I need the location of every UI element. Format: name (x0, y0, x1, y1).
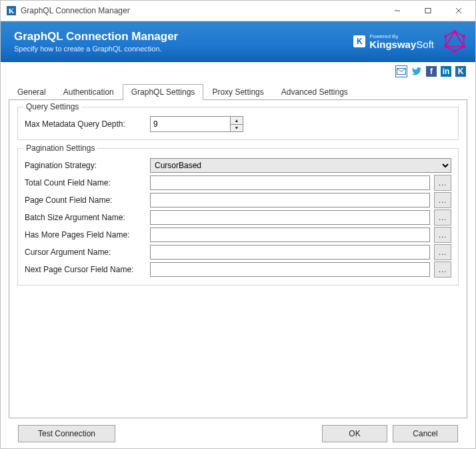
facebook-icon[interactable]: f (426, 66, 437, 77)
tab-authentication[interactable]: Authentication (55, 84, 123, 100)
social-link-row: f in K (1, 62, 475, 79)
brand-link-icon[interactable]: K (455, 66, 466, 77)
pagination-field-label: Next Page Cursor Field Name: (25, 265, 146, 274)
app-window: K GraphQL Connection Manager GraphQL Con… (0, 0, 476, 449)
browse-button[interactable]: ... (434, 209, 451, 226)
pagination-field-label: Cursor Argument Name: (25, 248, 146, 257)
cancel-button[interactable]: Cancel (393, 425, 458, 442)
svg-text:K: K (9, 7, 15, 15)
pagination-field-input[interactable] (150, 228, 430, 242)
pagination-field-label: Total Count Field Name: (25, 178, 146, 187)
svg-point-10 (462, 45, 465, 48)
pagination-field-input[interactable] (150, 245, 430, 260)
powered-by-logo: K Powered By KingswaySoft (353, 34, 434, 49)
tab-graphql-settings[interactable]: GraphQL Settings (123, 84, 204, 100)
legend-pagination-settings: Pagination Settings (23, 143, 97, 153)
graphql-logo-icon (443, 30, 466, 53)
window-title: GraphQL Connection Manager (21, 6, 130, 15)
label-max-metadata-depth: Max Metadata Query Depth: (25, 119, 146, 129)
spinner-up-icon[interactable]: ▲ (231, 117, 243, 125)
max-metadata-depth-input[interactable] (151, 117, 230, 131)
pagination-field-row: Cursor Argument Name:... (25, 244, 451, 261)
pagination-strategy-select[interactable]: CursorBased (150, 158, 451, 173)
spinner-down-icon[interactable]: ▼ (231, 125, 243, 132)
browse-button[interactable]: ... (434, 262, 451, 278)
pagination-field-row: Total Count Field Name:... (25, 174, 451, 191)
banner-subtitle: Specify how to create a GraphQL connecti… (14, 45, 178, 53)
pagination-field-input[interactable] (150, 210, 430, 225)
svg-marker-7 (445, 31, 463, 46)
dialog-footer: Test Connection OK Cancel (9, 418, 467, 448)
label-pagination-strategy: Pagination Strategy: (25, 161, 146, 170)
titlebar: K GraphQL Connection Manager (1, 1, 475, 21)
svg-point-9 (462, 35, 465, 38)
pagination-field-input[interactable] (150, 262, 430, 277)
tab-general[interactable]: General (9, 84, 55, 100)
close-button[interactable] (443, 1, 474, 21)
maximize-button[interactable] (413, 1, 443, 21)
group-query-settings: Query Settings Max Metadata Query Depth:… (17, 107, 459, 140)
minimize-button[interactable] (382, 1, 413, 21)
legend-query-settings: Query Settings (23, 102, 81, 111)
tab-advanced-settings[interactable]: Advanced Settings (273, 84, 357, 100)
pagination-field-input[interactable] (150, 175, 430, 190)
pagination-field-input[interactable] (150, 193, 430, 207)
pagination-field-row: Next Page Cursor Field Name:... (25, 261, 451, 278)
browse-button[interactable]: ... (434, 227, 451, 243)
pagination-field-row: Batch Size Argument Name:... (25, 209, 451, 226)
twitter-icon[interactable] (411, 66, 422, 77)
svg-rect-3 (425, 9, 431, 13)
brand-name: KingswaySoft (369, 39, 434, 49)
max-metadata-depth-spinner[interactable]: ▲ ▼ (150, 116, 243, 132)
browse-button[interactable]: ... (434, 244, 451, 260)
svg-point-12 (444, 45, 447, 48)
tab-proxy-settings[interactable]: Proxy Settings (203, 84, 272, 100)
pagination-field-label: Batch Size Argument Name: (25, 213, 146, 222)
svg-point-13 (444, 35, 447, 38)
tab-row: General Authentication GraphQL Settings … (9, 83, 467, 99)
test-connection-button[interactable]: Test Connection (18, 425, 115, 442)
banner-title: GraphQL Connection Manager (14, 30, 178, 43)
brand-badge-icon: K (353, 35, 365, 47)
browse-button[interactable]: ... (434, 192, 451, 208)
tab-panel-graphql-settings: Query Settings Max Metadata Query Depth:… (9, 99, 467, 418)
pagination-field-label: Has More Pages Field Name: (25, 230, 146, 240)
ok-button[interactable]: OK (322, 425, 387, 442)
browse-button[interactable]: ... (434, 175, 451, 191)
pagination-field-row: Has More Pages Field Name:... (25, 226, 451, 244)
pagination-field-label: Page Count Field Name: (25, 195, 146, 205)
header-banner: GraphQL Connection Manager Specify how t… (1, 21, 475, 62)
email-icon[interactable] (395, 65, 407, 77)
group-pagination-settings: Pagination Settings Pagination Strategy:… (17, 148, 459, 286)
linkedin-icon[interactable]: in (441, 66, 451, 77)
pagination-field-row: Page Count Field Name:... (25, 191, 451, 209)
app-icon: K (6, 5, 17, 16)
